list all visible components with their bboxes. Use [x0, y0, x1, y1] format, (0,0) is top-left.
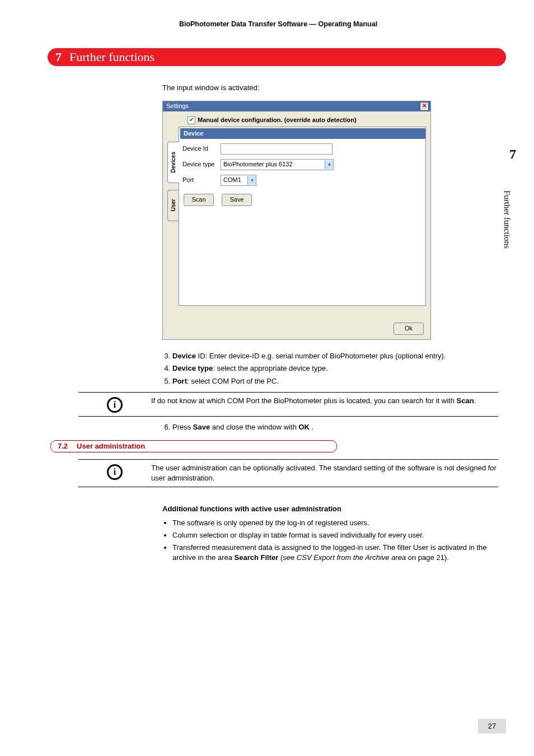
close-icon[interactable]: ✕ — [420, 102, 429, 111]
device-type-select[interactable]: BioPhotometer plus 6132 ▾ — [221, 159, 334, 170]
section-7-2-heading: 7.2 User administration — [50, 440, 498, 452]
tab-devices-label: Devices — [170, 152, 177, 173]
step-3: Device ID: Enter device-ID e.g. serial n… — [172, 351, 498, 361]
device-panel: Device Device Id Device type BioPhotomet… — [179, 127, 426, 306]
ok-button[interactable]: Ok — [394, 323, 424, 335]
tab-user-label: User — [170, 199, 177, 211]
dialog-title: Settings — [166, 102, 189, 110]
tab-devices[interactable]: Devices — [167, 142, 179, 183]
manual-config-label: Manual device configuration. (override a… — [198, 116, 357, 124]
info-icon: i — [78, 463, 151, 480]
step-6-list: Press Save and close the window with OK … — [162, 422, 498, 432]
device-group-title: Device — [180, 128, 425, 139]
side-chapter-number: 7 — [509, 147, 516, 162]
bullet-3: Transferred measurement data is assigned… — [172, 543, 498, 563]
step-4: Device type: select the appropriate devi… — [172, 363, 498, 374]
chevron-down-icon: ▾ — [325, 160, 333, 169]
device-type-value: BioPhotometer plus 6132 — [223, 160, 293, 169]
device-id-input[interactable] — [221, 143, 332, 155]
dialog-titlebar: Settings ✕ — [163, 101, 430, 111]
chapter-title: Further functions — [69, 50, 154, 64]
tab-user[interactable]: User — [167, 190, 179, 221]
device-type-label: Device type — [182, 160, 221, 169]
chapter-number: 7 — [51, 50, 69, 64]
step-5: Port: select COM Port of the PC. — [172, 376, 498, 386]
step-6: Press Save and close the window with OK … — [172, 422, 498, 432]
port-value: COM1 — [223, 176, 241, 184]
chapter-bar: 7 Further functions — [48, 48, 506, 66]
page-number: 27 — [478, 719, 506, 734]
chevron-down-icon: ▾ — [247, 176, 256, 185]
intro-text: The input window is activated: — [162, 83, 498, 93]
steps-list: Device ID: Enter device-ID e.g. serial n… — [162, 351, 498, 386]
save-button[interactable]: Save — [222, 194, 252, 206]
port-label: Port — [182, 176, 221, 184]
additional-functions-heading: Additional functions with active user ad… — [162, 504, 498, 514]
side-chapter-title: Further functions — [502, 190, 512, 249]
manual-config-row: ✔ Manual device configuration. (override… — [163, 111, 430, 128]
bullet-1: The software is only opened by the log-i… — [172, 518, 498, 528]
note-user-admin: i The user administration can be optiona… — [78, 459, 498, 487]
section-number: 7.2 — [51, 441, 74, 451]
port-select[interactable]: COM1 ▾ — [221, 175, 256, 186]
bullet-2: Column selection or display in table for… — [172, 530, 498, 540]
additional-functions-list: The software is only opened by the log-i… — [162, 518, 498, 563]
note-scan: i If do not know at which COM Port the B… — [78, 392, 498, 417]
doc-header: BioPhotometer Data Transfer Software — O… — [50, 20, 506, 28]
info-icon: i — [78, 396, 151, 413]
manual-config-checkbox[interactable]: ✔ — [188, 116, 195, 124]
settings-dialog: Settings ✕ ✔ Manual device configuration… — [162, 101, 431, 340]
scan-button[interactable]: Scan — [184, 194, 214, 206]
device-id-label: Device Id — [182, 144, 221, 153]
section-title: User administration — [74, 441, 145, 451]
